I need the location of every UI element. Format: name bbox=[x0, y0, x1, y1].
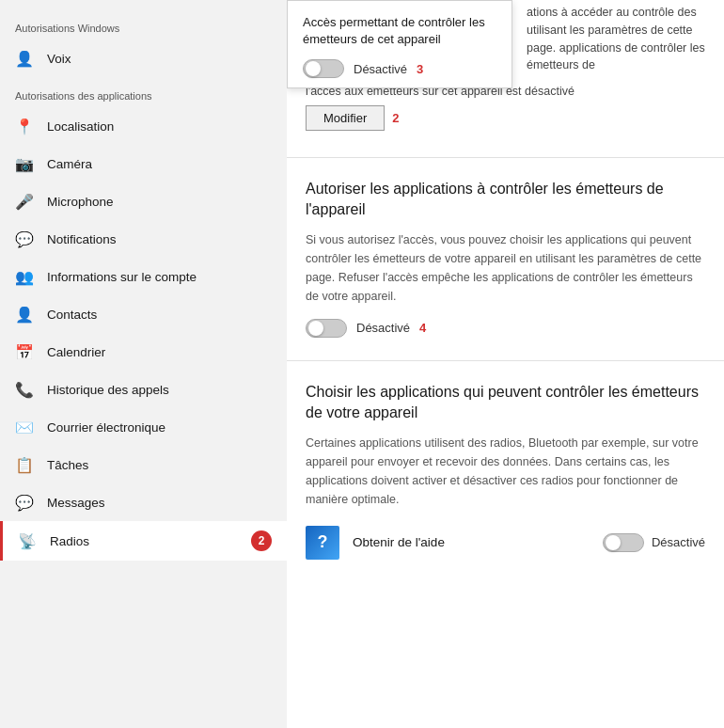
taches-icon: 📋 bbox=[15, 455, 34, 474]
sidebar-item-notifications[interactable]: 💬 Notifications bbox=[0, 220, 287, 258]
sidebar-item-contacts[interactable]: 👤 Contacts bbox=[0, 295, 287, 333]
section1-title: Autoriser les applications à contrôler l… bbox=[306, 179, 705, 221]
main-content: Accès permettant de contrôler les émette… bbox=[287, 0, 724, 728]
app-icon-aide: ? bbox=[306, 526, 339, 560]
section1-toggle[interactable] bbox=[306, 319, 347, 338]
sidebar-item-label-messages: Messages bbox=[47, 496, 105, 510]
section-app-control: Autoriser les applications à contrôler l… bbox=[287, 166, 724, 353]
sidebar-item-label-compte: Informations sur le compte bbox=[47, 270, 197, 284]
section2-description: Certaines applications utilisent des rad… bbox=[306, 434, 705, 509]
app-toggle-aide[interactable] bbox=[603, 533, 644, 552]
sidebar-item-compte[interactable]: 👥 Informations sur le compte bbox=[0, 258, 287, 295]
compte-icon: 👥 bbox=[15, 267, 34, 286]
sidebar-item-label-courrier: Courrier électronique bbox=[47, 420, 165, 435]
sidebar-item-label-camera: Caméra bbox=[47, 157, 92, 171]
sidebar-item-camera[interactable]: 📷 Caméra bbox=[0, 145, 287, 182]
popup-toggle-label: Désactivé bbox=[354, 62, 407, 76]
section2-title: Choisir les applications qui peuvent con… bbox=[306, 382, 705, 424]
notifications-icon: 💬 bbox=[15, 229, 34, 248]
popup-toggle[interactable] bbox=[303, 59, 344, 78]
contacts-icon: 👤 bbox=[15, 305, 34, 324]
sidebar-item-label-contacts: Contacts bbox=[47, 308, 97, 322]
calendrier-icon: 📅 bbox=[15, 342, 34, 361]
sidebar-item-label-microphone: Microphone bbox=[47, 195, 114, 209]
sidebar-item-taches[interactable]: 📋 Tâches bbox=[0, 446, 287, 483]
modifier-red-number: 2 bbox=[392, 111, 399, 125]
messages-icon: 💬 bbox=[15, 493, 34, 512]
top-right-text: ations à accéder au contrôle des utilisa… bbox=[517, 0, 724, 78]
sidebar-item-radios[interactable]: 📡 Radios 2 bbox=[0, 521, 287, 561]
windows-section-title: Autorisations Windows bbox=[0, 9, 287, 40]
sidebar-item-label-radios: Radios bbox=[50, 534, 89, 548]
modifier-button[interactable]: Modifier bbox=[306, 105, 385, 131]
sidebar-item-label-taches: Tâches bbox=[47, 458, 88, 472]
localisation-icon: 📍 bbox=[15, 117, 34, 135]
sidebar-item-microphone[interactable]: 🎤 Microphone bbox=[0, 182, 287, 220]
app-name-aide: Obtenir de l'aide bbox=[353, 535, 590, 549]
section1-description: Si vous autorisez l'accès, vous pouvez c… bbox=[306, 230, 705, 306]
sidebar-item-label-calendrier: Calendrier bbox=[47, 345, 105, 359]
voix-icon: 👤 bbox=[15, 49, 34, 68]
divider-1 bbox=[287, 157, 724, 158]
sidebar-item-label-voix: Voix bbox=[47, 52, 71, 66]
sidebar-item-appels[interactable]: 📞 Historique des appels bbox=[0, 371, 287, 408]
section-app-choose: Choisir les applications qui peuvent con… bbox=[287, 369, 724, 573]
sidebar: Autorisations Windows 👤 Voix Autorisatio… bbox=[0, 0, 287, 728]
camera-icon: 📷 bbox=[15, 154, 34, 173]
sidebar-item-localisation[interactable]: 📍 Localisation bbox=[0, 107, 287, 145]
courrier-icon: ✉️ bbox=[15, 418, 34, 436]
radios-badge: 2 bbox=[251, 530, 272, 551]
sidebar-item-label-appels: Historique des appels bbox=[47, 383, 169, 397]
app-section-title: Autorisations des applications bbox=[0, 77, 287, 107]
microphone-icon: 🎤 bbox=[15, 192, 34, 211]
sidebar-item-label-localisation: Localisation bbox=[47, 119, 114, 134]
sidebar-item-voix[interactable]: 👤 Voix bbox=[0, 40, 287, 77]
divider-2 bbox=[287, 360, 724, 361]
app-toggle-label-aide: Désactivé bbox=[652, 535, 705, 549]
sidebar-item-calendrier[interactable]: 📅 Calendrier bbox=[0, 333, 287, 371]
popup-title: Accès permettant de contrôler les émette… bbox=[303, 14, 496, 48]
appels-icon: 📞 bbox=[15, 380, 34, 399]
access-popup: Accès permettant de contrôler les émette… bbox=[287, 0, 512, 88]
sidebar-item-messages[interactable]: 💬 Messages bbox=[0, 483, 287, 521]
section1-red-number: 4 bbox=[419, 321, 426, 335]
sidebar-item-label-notifications: Notifications bbox=[47, 232, 117, 246]
app-row-aide: ? Obtenir de l'aide Désactivé bbox=[306, 522, 705, 563]
app-toggle-area: Désactivé bbox=[603, 533, 705, 552]
section1-toggle-label: Désactivé bbox=[356, 321, 410, 335]
radios-icon: 📡 bbox=[18, 531, 37, 550]
popup-red-number: 3 bbox=[417, 62, 423, 76]
sidebar-item-courrier[interactable]: ✉️ Courrier électronique bbox=[0, 408, 287, 446]
